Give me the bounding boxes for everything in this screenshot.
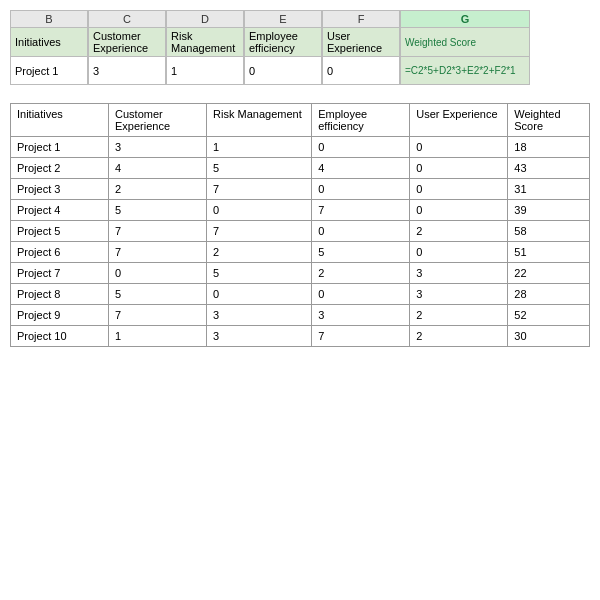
table-cell: 5	[312, 242, 410, 263]
col-header-b: B	[10, 10, 88, 28]
table-cell: 39	[508, 200, 590, 221]
ss-header-weighted: Weighted Score	[400, 28, 530, 57]
ss-header-user: User Experience	[322, 28, 400, 57]
ss-header-initiatives: Initiatives	[10, 28, 88, 57]
table-cell: 7	[109, 305, 207, 326]
table-cell: 3	[207, 326, 312, 347]
table-cell: Project 3	[11, 179, 109, 200]
table-cell: 31	[508, 179, 590, 200]
table-cell: 0	[410, 179, 508, 200]
table-cell: 5	[109, 200, 207, 221]
table-cell: Project 5	[11, 221, 109, 242]
table-cell: 0	[207, 200, 312, 221]
ss-data-employee: 0	[244, 57, 322, 85]
table-cell: 7	[207, 221, 312, 242]
table-cell: 28	[508, 284, 590, 305]
table-cell: 7	[312, 200, 410, 221]
table-cell: 3	[410, 263, 508, 284]
table-cell: 0	[312, 137, 410, 158]
ss-header-risk: Risk Management	[166, 28, 244, 57]
table-cell: 43	[508, 158, 590, 179]
table-header-row: Initiatives Customer Experience Risk Man…	[11, 104, 590, 137]
table-row: Project 9733252	[11, 305, 590, 326]
th-risk: Risk Management	[207, 104, 312, 137]
th-user: User Experience	[410, 104, 508, 137]
table-row: Project 10137230	[11, 326, 590, 347]
col-header-e: E	[244, 10, 322, 28]
table-cell: 58	[508, 221, 590, 242]
spreadsheet-header-row: Initiatives Customer Experience Risk Man…	[10, 28, 590, 57]
table-cell: 2	[207, 242, 312, 263]
th-employee: Employee efficiency	[312, 104, 410, 137]
col-header-f: F	[322, 10, 400, 28]
table-row: Project 5770258	[11, 221, 590, 242]
data-table: Initiatives Customer Experience Risk Man…	[10, 103, 590, 347]
table-row: Project 8500328	[11, 284, 590, 305]
table-cell: Project 10	[11, 326, 109, 347]
table-cell: 30	[508, 326, 590, 347]
table-cell: 1	[207, 137, 312, 158]
table-cell: 4	[312, 158, 410, 179]
col-header-c: C	[88, 10, 166, 28]
ss-header-customer: Customer Experience	[88, 28, 166, 57]
table-cell: 7	[109, 221, 207, 242]
ss-data-user: 0	[322, 57, 400, 85]
table-row: Project 2454043	[11, 158, 590, 179]
table-cell: 0	[312, 221, 410, 242]
table-row: Project 4507039	[11, 200, 590, 221]
table-cell: 0	[410, 242, 508, 263]
col-headers-row: B C D E F G	[10, 10, 590, 28]
table-cell: 0	[410, 200, 508, 221]
table-cell: 0	[312, 179, 410, 200]
table-cell: Project 4	[11, 200, 109, 221]
col-header-d: D	[166, 10, 244, 28]
table-cell: 5	[109, 284, 207, 305]
table-cell: 7	[207, 179, 312, 200]
table-cell: 22	[508, 263, 590, 284]
table-cell: 3	[312, 305, 410, 326]
table-cell: 7	[312, 326, 410, 347]
table-cell: 7	[109, 242, 207, 263]
th-initiatives: Initiatives	[11, 104, 109, 137]
table-cell: 5	[207, 158, 312, 179]
table-cell: 5	[207, 263, 312, 284]
ss-data-initiatives: Project 1	[10, 57, 88, 85]
table-cell: 2	[410, 305, 508, 326]
table-cell: Project 2	[11, 158, 109, 179]
table-cell: 3	[410, 284, 508, 305]
table-cell: 1	[109, 326, 207, 347]
th-customer: Customer Experience	[109, 104, 207, 137]
table-cell: Project 8	[11, 284, 109, 305]
table-cell: Project 7	[11, 263, 109, 284]
table-cell: 51	[508, 242, 590, 263]
ss-header-employee: Employee efficiency	[244, 28, 322, 57]
table-cell: 52	[508, 305, 590, 326]
table-cell: 0	[312, 284, 410, 305]
table-row: Project 7052322	[11, 263, 590, 284]
ss-data-risk: 1	[166, 57, 244, 85]
table-cell: 3	[109, 137, 207, 158]
table-cell: 0	[410, 158, 508, 179]
table-cell: Project 6	[11, 242, 109, 263]
ss-data-formula: =C2*5+D2*3+E2*2+F2*1	[400, 57, 530, 85]
table-cell: 2	[410, 326, 508, 347]
col-header-g: G	[400, 10, 530, 28]
table-cell: 0	[109, 263, 207, 284]
table-cell: 2	[109, 179, 207, 200]
th-weighted: Weighted Score	[508, 104, 590, 137]
table-cell: 3	[207, 305, 312, 326]
table-cell: 2	[410, 221, 508, 242]
spreadsheet-data-row: Project 1 3 1 0 0 =C2*5+D2*3+E2*2+F2*1	[10, 57, 590, 85]
table-cell: 2	[312, 263, 410, 284]
table-cell: Project 9	[11, 305, 109, 326]
table-cell: 18	[508, 137, 590, 158]
table-row: Project 6725051	[11, 242, 590, 263]
table-cell: 0	[207, 284, 312, 305]
table-row: Project 1310018	[11, 137, 590, 158]
table-row: Project 3270031	[11, 179, 590, 200]
spreadsheet-section: B C D E F G Initiatives Customer Experie…	[10, 10, 590, 85]
table-cell: 0	[410, 137, 508, 158]
table-cell: 4	[109, 158, 207, 179]
ss-data-customer: 3	[88, 57, 166, 85]
table-cell: Project 1	[11, 137, 109, 158]
